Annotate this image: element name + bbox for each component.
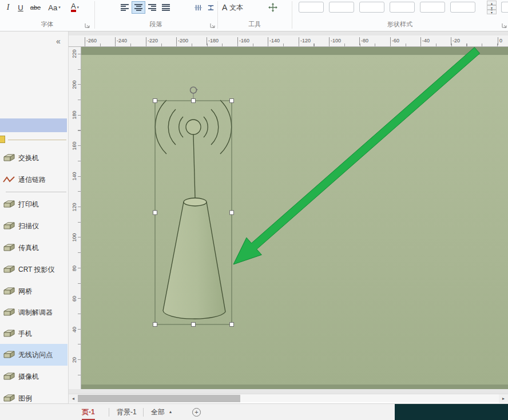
add-page-button[interactable]: + <box>192 408 201 417</box>
sidebar-item-camera[interactable]: 摄像机 <box>0 366 68 387</box>
legend-icon <box>2 393 16 403</box>
v-ruler-label: 20 <box>72 350 77 370</box>
page-tab-background1[interactable]: 背景-1 <box>117 404 137 420</box>
connection-point-tool-button[interactable] <box>265 1 280 14</box>
h-ruler-label: -140 <box>268 37 280 45</box>
sidebar-item-comm-link[interactable]: 通信链路 <box>0 169 68 191</box>
horizontal-scrollbar[interactable]: ◂ ▸ <box>69 394 508 402</box>
gallery-down-icon: ▾ <box>491 6 493 10</box>
h-ruler-label: -60 <box>390 37 399 45</box>
shape-style-swatch-partial[interactable] <box>501 2 508 13</box>
v-ruler-label: 60 <box>72 288 77 309</box>
sidebar-item-crt-projector[interactable]: CRT 投影仪 <box>0 259 68 280</box>
v-ruler-label: 200 <box>72 74 77 95</box>
gallery-more-button[interactable]: ▾ <box>487 10 497 14</box>
align-left-button[interactable] <box>118 1 132 14</box>
italic-button[interactable]: I <box>2 1 14 14</box>
h-ruler-label: -200 <box>176 37 188 45</box>
scroll-left-button[interactable]: ◂ <box>69 394 78 403</box>
v-ruler-label: 160 <box>72 136 77 156</box>
v-ruler-label: 40 <box>72 319 77 340</box>
h-ruler-label: -220 <box>146 37 158 45</box>
v-ruler-label: 180 <box>72 105 77 125</box>
underline-button[interactable]: U <box>15 1 26 14</box>
v-ruler-label: 120 <box>72 197 77 217</box>
page-tab-page1[interactable]: 页-1 <box>82 404 95 420</box>
v-ruler-label: 140 <box>72 166 77 187</box>
drawing-canvas[interactable] <box>81 47 508 389</box>
sidebar-item-bridge[interactable]: 网桥 <box>0 280 68 302</box>
tab-separator <box>143 408 144 417</box>
v-ruler-label: 80 <box>72 258 77 279</box>
spacing-button[interactable] <box>205 1 216 14</box>
sidebar-item-wireless-access-point[interactable]: 无线访问点 <box>0 344 68 366</box>
distribute-icon <box>194 3 203 12</box>
shape-style-swatch[interactable] <box>450 2 475 13</box>
h-ruler-label: -40 <box>420 37 430 45</box>
shape-style-swatch[interactable] <box>329 2 354 13</box>
strikethrough-button[interactable]: abe <box>27 1 43 14</box>
vertical-ruler[interactable]: 220 200 180 160 140 120 100 80 60 40 20 … <box>69 47 81 389</box>
align-right-button[interactable] <box>145 1 159 14</box>
shapes-panel: « 交换机 通信链路 打印机 扫描仪 传真机 CRT 投影仪 网桥 调制解调器 … <box>0 31 69 403</box>
underline-glyph: U <box>18 3 23 12</box>
sidebar-item-label: 通信链路 <box>18 175 46 185</box>
h-ruler-label: -120 <box>299 37 311 45</box>
h-ruler-label: -80 <box>359 37 368 45</box>
stencil-section-separator <box>6 192 66 192</box>
paragraph-group-label: 段落 <box>94 20 217 29</box>
collapse-panel-button[interactable]: « <box>56 37 61 45</box>
drawing-page[interactable] <box>81 55 508 385</box>
sidebar-item-label: 摄像机 <box>18 372 39 382</box>
sidebar-item-label: 传真机 <box>18 243 39 253</box>
modem-icon <box>2 307 16 318</box>
align-center-button[interactable] <box>132 1 145 14</box>
shape-styles-dialog-launcher[interactable] <box>501 21 507 27</box>
tab-separator <box>109 408 109 417</box>
sidebar-item-legend[interactable]: 图例 <box>0 387 68 403</box>
mobile-phone-icon <box>2 328 16 339</box>
text-tool-button[interactable]: A 文本 <box>222 1 255 14</box>
page-tab-all[interactable]: 全部 <box>151 404 165 420</box>
scrollbar-thumb[interactable] <box>78 395 240 402</box>
font-dialog-launcher[interactable] <box>84 21 90 27</box>
chevron-up-icon[interactable]: ▴ <box>169 404 172 420</box>
sidebar-item-label: 图例 <box>18 394 32 403</box>
sidebar-item-switch[interactable]: 交换机 <box>0 147 68 169</box>
sidebar-item-scanner[interactable]: 扫描仪 <box>0 215 68 237</box>
switch-icon <box>2 153 16 163</box>
gallery-up-icon: ▴ <box>491 1 493 5</box>
sidebar-item-fax[interactable]: 传真机 <box>0 237 68 259</box>
shape-style-swatch[interactable] <box>299 2 324 13</box>
sidebar-item-mobile-phone[interactable]: 手机 <box>0 323 68 344</box>
crt-projector-icon <box>2 264 16 275</box>
sidebar-item-label: 调制解调器 <box>18 308 53 318</box>
gallery-scroll-down-button[interactable]: ▾ <box>487 5 497 10</box>
chevron-left-icon: « <box>56 37 61 46</box>
h-ruler-label: -100 <box>329 37 341 45</box>
h-ruler-label: -260 <box>85 37 97 45</box>
app-background-strip <box>69 31 508 35</box>
active-stencil-header[interactable] <box>0 118 67 132</box>
text-tool-icon: A <box>222 3 227 12</box>
move-arrows-icon <box>268 3 277 12</box>
scroll-left-icon: ◂ <box>72 396 74 401</box>
shape-style-swatch[interactable] <box>390 2 415 13</box>
paragraph-dialog-launcher[interactable] <box>209 21 216 27</box>
shape-style-swatch[interactable] <box>420 2 445 13</box>
font-color-button[interactable]: A ▾ <box>65 1 85 14</box>
horizontal-ruler[interactable]: -260 -240 -220 -200 -180 -160 -140 -120 … <box>69 35 508 47</box>
h-ruler-label: -240 <box>115 37 127 45</box>
distribute-button[interactable] <box>192 1 204 14</box>
change-case-glyph: Aa <box>48 3 57 12</box>
shape-style-swatch[interactable] <box>359 2 384 13</box>
scroll-right-button[interactable]: ▸ <box>499 394 508 403</box>
sidebar-item-modem[interactable]: 调制解调器 <box>0 302 68 323</box>
app-background-strip <box>69 389 508 394</box>
sidebar-item-printer[interactable]: 打印机 <box>0 193 68 215</box>
plus-icon: + <box>195 409 198 415</box>
gallery-scroll-up-button[interactable]: ▴ <box>487 1 497 5</box>
alignment-group <box>118 1 175 14</box>
change-case-button[interactable]: Aa ▾ <box>45 1 64 14</box>
align-justify-button[interactable] <box>159 1 173 14</box>
